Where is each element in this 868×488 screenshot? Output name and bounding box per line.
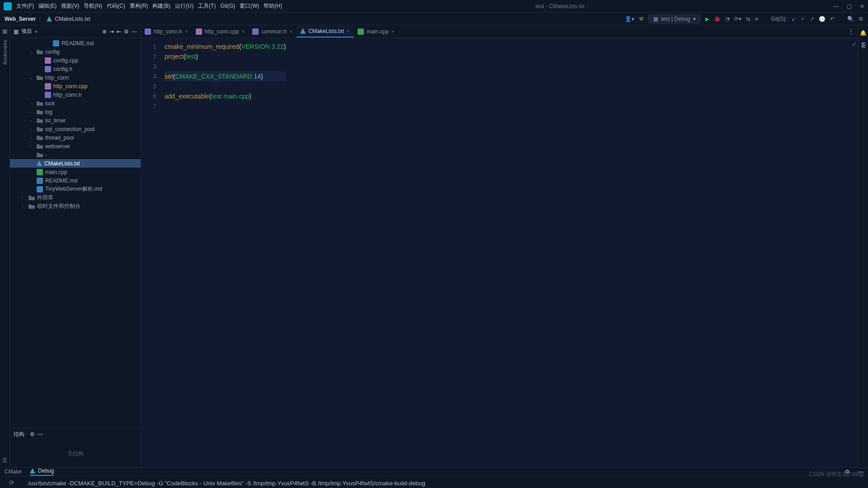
notifications-icon[interactable]: 🔔 <box>860 30 867 36</box>
editor-tab[interactable]: common.h× <box>249 25 297 38</box>
tree-node[interactable]: - <box>10 150 141 159</box>
editor-tab[interactable]: http_conn.cpp× <box>192 25 249 38</box>
tree-node[interactable]: main.cpp <box>10 168 141 176</box>
tree-chevron-icon[interactable]: › <box>22 196 26 200</box>
tree-node[interactable]: config.h <box>10 65 141 73</box>
line-number[interactable]: 7 <box>141 101 156 111</box>
menu-10[interactable]: 窗口(W) <box>240 3 259 9</box>
menu-3[interactable]: 导航(N) <box>84 3 102 9</box>
structure-tool-icon[interactable]: ☰ <box>2 457 7 464</box>
editor-tab[interactable]: main.cpp× <box>354 25 399 38</box>
line-number[interactable]: 3 <box>141 61 156 71</box>
code-line[interactable] <box>165 101 286 111</box>
tree-chevron-icon[interactable]: › <box>22 204 26 209</box>
line-number[interactable]: 4 <box>141 71 156 81</box>
project-view-icon[interactable]: ▦ <box>14 28 19 35</box>
menu-1[interactable]: 编辑(E) <box>38 3 57 9</box>
collapse-all-icon[interactable]: ⇤ <box>117 28 121 35</box>
code-line[interactable]: add_executable(test main.cpp) <box>165 91 286 101</box>
line-number[interactable]: 6 <box>141 91 156 101</box>
tree-node[interactable]: ›webserver <box>10 142 141 150</box>
history-icon[interactable]: 🕓 <box>819 16 826 22</box>
breadcrumb-file[interactable]: CMakeLists.txt <box>55 16 90 22</box>
database-icon[interactable]: 🗄 <box>861 42 866 49</box>
line-number[interactable]: 1 <box>141 42 156 52</box>
breadcrumb-root[interactable]: Web_Server <box>5 16 36 22</box>
structure-title[interactable]: 结构 <box>14 431 24 438</box>
tree-chevron-icon[interactable]: › <box>30 144 34 149</box>
editor-gutter[interactable]: 1234567 <box>141 38 161 467</box>
rollback-icon[interactable]: ↶ <box>830 16 835 22</box>
project-panel-title[interactable]: 项目 <box>21 28 32 35</box>
tree-chevron-icon[interactable]: › <box>30 127 34 131</box>
tree-node[interactable]: ›thread_pool <box>10 133 141 142</box>
run-icon[interactable]: ▶ <box>705 16 709 22</box>
gear-icon[interactable]: ⚙ <box>30 431 35 437</box>
debug-bottom-tab[interactable]: Debug <box>30 468 54 476</box>
tree-node[interactable]: ›log <box>10 108 141 116</box>
tree-node[interactable]: ⌄config <box>10 47 141 56</box>
tree-chevron-icon[interactable]: › <box>30 110 34 114</box>
tree-node[interactable]: http_conn.h <box>10 90 141 99</box>
tree-node[interactable]: ›lst_timer <box>10 116 141 125</box>
minimize-icon[interactable]: — <box>833 3 839 9</box>
hide-panel-icon[interactable]: — <box>132 28 137 35</box>
line-number[interactable]: 2 <box>141 52 156 61</box>
user-icon[interactable]: 👤▾ <box>625 16 634 22</box>
code-line[interactable]: set(CMAKE_CXX_STANDARD 14) <box>165 71 286 81</box>
tree-node[interactable]: ⌄http_conn <box>10 73 141 82</box>
editor-tab[interactable]: http_conn.h× <box>141 25 192 38</box>
stop-icon[interactable]: ■ <box>755 16 758 22</box>
code-line[interactable] <box>165 81 286 91</box>
tree-node[interactable]: config.cpp <box>10 56 141 65</box>
line-number[interactable]: 5 <box>141 81 156 91</box>
tree-node[interactable]: ›临时文件和控制台 <box>10 202 141 211</box>
expand-all-icon[interactable]: ⇥ <box>109 28 114 35</box>
project-tree[interactable]: README.md⌄configconfig.cppconfig.h⌄http_… <box>10 38 141 428</box>
tree-chevron-icon[interactable]: › <box>30 118 34 123</box>
attach-icon[interactable]: ⇆ <box>746 16 750 22</box>
menu-11[interactable]: 帮助(H) <box>264 3 282 9</box>
close-icon[interactable]: ✕ <box>860 3 864 9</box>
tree-node[interactable]: ›lock <box>10 99 141 108</box>
problems-stripe[interactable]: ✓ <box>853 38 858 467</box>
left-strip-bookmarks[interactable]: Bookmarks <box>2 40 8 65</box>
code-line[interactable] <box>165 61 286 71</box>
tree-node[interactable]: ›外部库 <box>10 193 141 202</box>
settings-icon[interactable]: ⚙ <box>859 16 863 22</box>
push-icon[interactable]: ↗ <box>810 16 814 22</box>
tree-chevron-icon[interactable]: › <box>30 136 34 140</box>
tab-close-icon[interactable]: × <box>241 28 245 35</box>
tree-chevron-icon[interactable]: ⌄ <box>30 50 34 54</box>
tab-close-icon[interactable]: × <box>347 28 350 34</box>
build-output-console[interactable]: /usr/bin/cmake -DCMAKE_BUILD_TYPE=Debug … <box>24 476 868 488</box>
menu-4[interactable]: 代码(C) <box>107 3 125 9</box>
tree-node[interactable]: README.md <box>10 176 141 185</box>
menu-0[interactable]: 文件(F) <box>16 3 34 9</box>
editor-tab[interactable]: CMakeLists.txt× <box>297 25 354 38</box>
code-line[interactable]: project(test) <box>165 52 286 61</box>
menu-9[interactable]: Git(G) <box>220 3 235 9</box>
tree-node[interactable]: CMakeLists.txt <box>10 159 141 168</box>
search-icon[interactable]: 🔍 <box>847 16 854 22</box>
tab-close-icon[interactable]: × <box>185 28 188 35</box>
coverage-icon[interactable]: ◔ <box>725 16 730 22</box>
tree-node[interactable]: http_conn.cpp <box>10 82 141 90</box>
tabs-more-icon[interactable]: ⋮ <box>848 28 854 35</box>
cmake-bottom-tab[interactable]: CMake <box>5 469 22 475</box>
hammer-icon[interactable]: ⚒ <box>639 16 644 22</box>
profile-icon[interactable]: ⟳▾ <box>734 16 741 22</box>
chevron-down-icon[interactable]: ▾ <box>35 28 38 35</box>
code-line[interactable]: cmake_minimum_required(VERSION 3.22) <box>165 42 286 52</box>
tree-node[interactable]: README.md <box>10 39 141 47</box>
update-project-icon[interactable]: ↙ <box>792 16 796 22</box>
tree-chevron-icon[interactable]: › <box>30 101 34 106</box>
run-configuration-selector[interactable]: ▦ test | Debug ▾ <box>648 14 701 23</box>
menu-2[interactable]: 视图(V) <box>61 3 79 9</box>
tree-node[interactable]: ›sql_connection_pool <box>10 125 141 133</box>
code-editor[interactable]: 1234567 cmake_minimum_required(VERSION 3… <box>141 38 858 467</box>
maximize-icon[interactable]: ▢ <box>847 3 852 9</box>
commit-icon[interactable]: ✓ <box>801 16 805 22</box>
tree-chevron-icon[interactable]: ⌄ <box>30 75 34 80</box>
hide-panel-icon[interactable]: — <box>38 431 43 437</box>
